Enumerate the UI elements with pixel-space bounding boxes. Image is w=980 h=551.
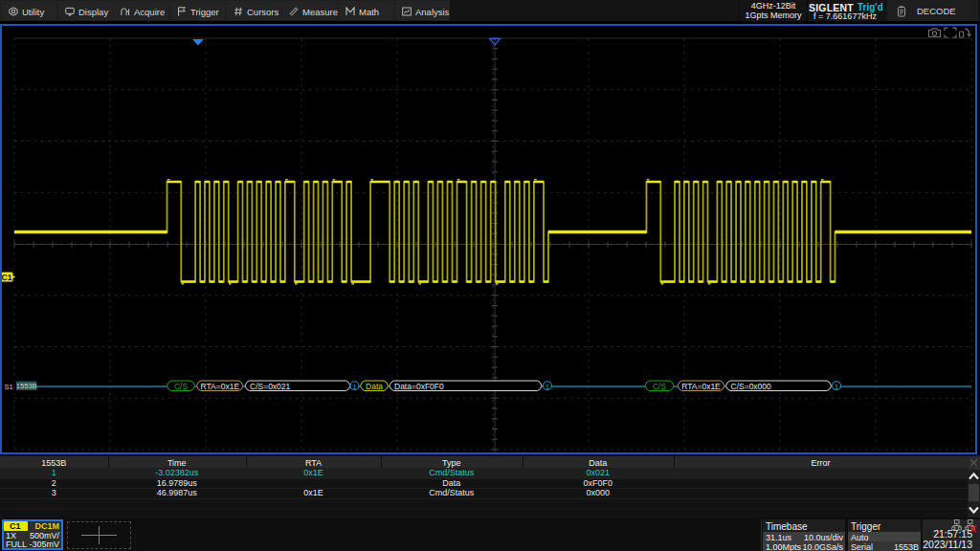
svg-text:C/S=0x021: C/S=0x021 <box>250 382 291 391</box>
svg-text:S1: S1 <box>5 383 13 391</box>
svg-text:1: 1 <box>546 383 550 391</box>
svg-text:RTA=0x1E: RTA=0x1E <box>681 382 721 391</box>
svg-text:1: 1 <box>352 383 357 391</box>
svg-text:Data=0xF0F0: Data=0xF0F0 <box>394 382 444 391</box>
svg-text:C1: C1 <box>2 273 12 282</box>
svg-text:C/S=0x000: C/S=0x000 <box>731 382 772 391</box>
svg-text:1: 1 <box>835 383 839 391</box>
svg-text:C/S: C/S <box>174 382 189 391</box>
svg-text:C/S: C/S <box>653 382 667 391</box>
svg-text:1553B: 1553B <box>16 382 37 390</box>
svg-text:Data: Data <box>366 382 383 391</box>
svg-text:RTA=0x1E: RTA=0x1E <box>201 382 240 391</box>
